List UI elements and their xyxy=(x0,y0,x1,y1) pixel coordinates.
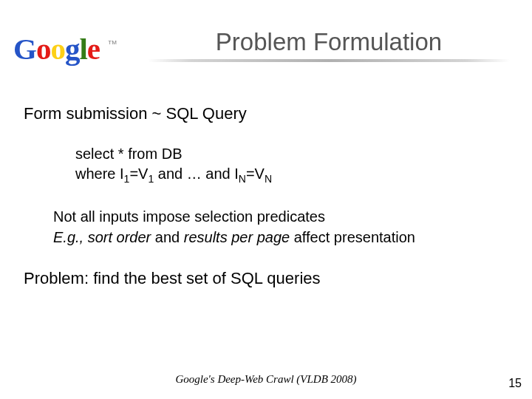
page-number: 15 xyxy=(508,377,522,390)
logo-letter-g1: G xyxy=(13,32,36,66)
slide-header: Google TM Problem Formulation xyxy=(0,0,532,68)
sql-l2b: =V xyxy=(129,166,148,182)
sql-l2a: where I xyxy=(75,166,124,182)
problem-line: Problem: find the best set of SQL querie… xyxy=(24,268,508,290)
logo-wordmark: Google xyxy=(13,32,106,66)
note-block: Not all inputs impose selection predicat… xyxy=(53,206,508,248)
google-logo: Google TM xyxy=(13,31,129,68)
sql-line-2: where I1=V1 and … and IN=VN xyxy=(75,164,508,186)
slide-title: Problem Formulation xyxy=(148,28,510,58)
sql-l2d: =V xyxy=(246,166,265,182)
logo-letter-g2: g xyxy=(65,32,80,66)
note-2a: E.g., sort order xyxy=(53,229,151,245)
note-line-2: E.g., sort order and results per page af… xyxy=(53,227,508,248)
slide-footer-credit: Google's Deep-Web Crawl (VLDB 2008) xyxy=(0,373,532,386)
sql-block: select * from DB where I1=V1 and … and I… xyxy=(75,144,508,186)
note-line-1: Not all inputs impose selection predicat… xyxy=(53,206,508,227)
logo-letter-l1: l xyxy=(79,32,86,66)
note-2c: results per page xyxy=(184,229,290,245)
body-line-1: Form submission ~ SQL Query xyxy=(24,103,508,125)
logo-tm: TM xyxy=(108,39,117,46)
sql-subNb: N xyxy=(265,173,272,185)
title-rule xyxy=(148,59,510,62)
slide: Google TM Problem Formulation Form submi… xyxy=(0,0,532,399)
note-2d: affect presentation xyxy=(290,229,415,245)
logo-letter-o1: o xyxy=(36,32,51,66)
logo-letter-e1: e xyxy=(87,32,100,66)
slide-body: Form submission ~ SQL Query select * fro… xyxy=(24,103,508,290)
title-wrap: Problem Formulation xyxy=(148,28,510,62)
sql-l2c: and … and I xyxy=(154,166,239,182)
sql-subNa: N xyxy=(239,173,246,185)
note-2b: and xyxy=(151,229,183,245)
logo-letter-o2: o xyxy=(50,32,65,66)
sql-line-1: select * from DB xyxy=(75,144,508,164)
